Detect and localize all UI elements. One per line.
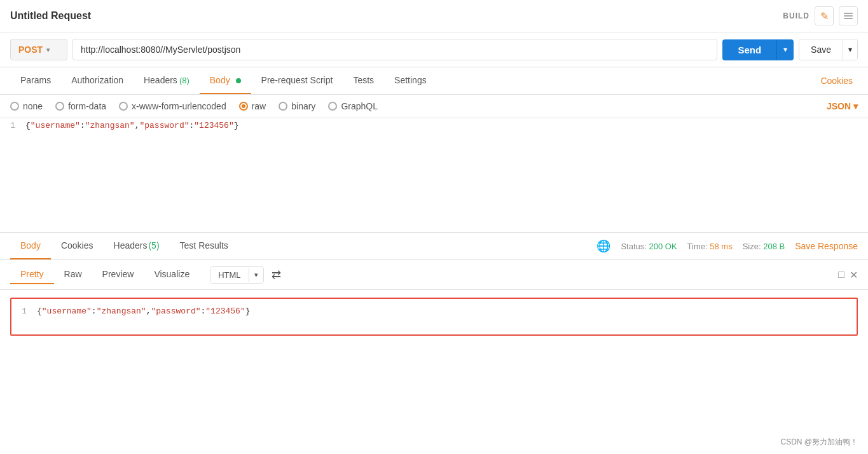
tab-tests[interactable]: Tests bbox=[343, 67, 384, 94]
status-value: 200 OK bbox=[649, 242, 677, 251]
resp-tab-cookies[interactable]: Cookies bbox=[51, 233, 104, 259]
response-tabs: Body Cookies Headers(5) Test Results 🌐 S… bbox=[0, 233, 868, 260]
request-tabs: Params Authorization Headers(8) Body Pre… bbox=[0, 67, 868, 95]
radio-none bbox=[10, 102, 19, 111]
code-content: {"username":"zhangsan","password":"12345… bbox=[25, 121, 239, 130]
copy-icon[interactable]: □ bbox=[838, 269, 844, 280]
save-dropdown-button[interactable]: ▾ bbox=[843, 39, 857, 60]
size-value: 208 B bbox=[763, 242, 785, 251]
method-chevron-icon: ▾ bbox=[46, 46, 50, 53]
edit-button[interactable]: ✎ bbox=[815, 6, 834, 25]
response-body-editor[interactable]: 1 {"username":"zhangsan","password":"123… bbox=[10, 298, 858, 336]
cookies-link[interactable]: Cookies bbox=[815, 68, 858, 93]
size-label: Size: 208 B bbox=[743, 242, 785, 251]
format-select[interactable]: JSON ▾ bbox=[827, 101, 858, 111]
body-option-urlencoded[interactable]: x-www-form-urlencoded bbox=[119, 101, 226, 111]
tab-settings[interactable]: Settings bbox=[384, 67, 437, 94]
url-bar: POST ▾ Send ▾ Save ▾ bbox=[0, 32, 868, 67]
time-label: Time: 58 ms bbox=[687, 242, 733, 251]
save-btn-group: Save ▾ bbox=[799, 39, 858, 60]
time-value: 58 ms bbox=[710, 242, 732, 251]
body-option-none[interactable]: none bbox=[10, 101, 43, 111]
radio-raw bbox=[239, 102, 248, 111]
resp-line-number: 1 bbox=[11, 306, 37, 316]
top-bar-actions: BUILD ✎ bbox=[783, 6, 858, 25]
svg-rect-2 bbox=[844, 18, 853, 19]
resp-format-select[interactable]: HTML ▾ bbox=[210, 266, 263, 284]
resp-code-line-1: 1 {"username":"zhangsan","password":"123… bbox=[11, 304, 857, 319]
radio-form-data bbox=[55, 102, 64, 111]
body-option-graphql[interactable]: GraphQL bbox=[328, 101, 378, 111]
body-option-form-data[interactable]: form-data bbox=[55, 101, 106, 111]
svg-rect-0 bbox=[844, 13, 853, 14]
method-select[interactable]: POST ▾ bbox=[10, 39, 67, 60]
resp-code-content: {"username":"zhangsan","password":"12345… bbox=[37, 306, 251, 316]
body-dot-icon bbox=[236, 78, 241, 83]
resp-tab-headers[interactable]: Headers(5) bbox=[104, 233, 170, 259]
radio-urlencoded bbox=[119, 102, 128, 111]
resp-format-chevron[interactable]: ▾ bbox=[249, 268, 263, 282]
response-section: Body Cookies Headers(5) Test Results 🌐 S… bbox=[0, 233, 868, 336]
save-button[interactable]: Save bbox=[799, 39, 843, 60]
radio-graphql bbox=[328, 102, 337, 111]
tab-headers[interactable]: Headers(8) bbox=[134, 67, 200, 94]
radio-binary bbox=[279, 102, 287, 111]
top-bar: Untitled Request BUILD ✎ bbox=[0, 0, 868, 32]
line-number: 1 bbox=[0, 121, 25, 130]
body-options-row: none form-data x-www-form-urlencoded raw… bbox=[0, 95, 868, 118]
tab-authorization[interactable]: Authorization bbox=[61, 67, 134, 94]
clear-icon[interactable]: ✕ bbox=[850, 269, 858, 281]
wrap-icon[interactable]: ⇄ bbox=[272, 268, 281, 282]
url-input[interactable] bbox=[72, 39, 717, 60]
fmt-tab-visualize[interactable]: Visualize bbox=[144, 265, 200, 284]
fmt-tab-raw[interactable]: Raw bbox=[54, 265, 92, 284]
tab-body[interactable]: Body bbox=[200, 67, 251, 94]
body-option-binary[interactable]: binary bbox=[279, 101, 315, 111]
globe-icon: 🌐 bbox=[596, 239, 610, 253]
fmt-tab-preview[interactable]: Preview bbox=[92, 265, 144, 284]
fmt-tab-pretty[interactable]: Pretty bbox=[10, 265, 54, 284]
body-option-raw[interactable]: raw bbox=[239, 101, 266, 111]
resp-format-btn[interactable]: HTML bbox=[210, 267, 248, 283]
send-button[interactable]: Send bbox=[722, 39, 776, 60]
tab-prerequest[interactable]: Pre-request Script bbox=[251, 67, 343, 94]
response-status-area: 🌐 Status: 200 OK Time: 58 ms Size: 208 B… bbox=[596, 239, 858, 253]
method-label: POST bbox=[18, 45, 43, 55]
build-label: BUILD bbox=[783, 11, 809, 20]
code-line-1: 1 {"username":"zhangsan","password":"123… bbox=[0, 118, 868, 133]
more-icon bbox=[843, 11, 853, 21]
page-title: Untitled Request bbox=[10, 10, 91, 22]
request-body-editor[interactable]: 1 {"username":"zhangsan","password":"123… bbox=[0, 118, 868, 233]
send-btn-group: Send ▾ bbox=[722, 39, 794, 60]
resp-tab-body[interactable]: Body bbox=[10, 233, 51, 259]
tab-params[interactable]: Params bbox=[10, 67, 61, 94]
more-button[interactable] bbox=[839, 6, 858, 25]
status-label: Status: 200 OK bbox=[621, 242, 677, 251]
send-dropdown-button[interactable]: ▾ bbox=[776, 39, 794, 60]
resp-tab-test-results[interactable]: Test Results bbox=[170, 233, 238, 259]
save-response-button[interactable]: Save Response bbox=[795, 241, 858, 251]
svg-rect-1 bbox=[844, 15, 853, 17]
response-format-row: Pretty Raw Preview Visualize HTML ▾ ⇄ □ … bbox=[0, 260, 868, 290]
format-chevron-icon: ▾ bbox=[853, 101, 858, 111]
